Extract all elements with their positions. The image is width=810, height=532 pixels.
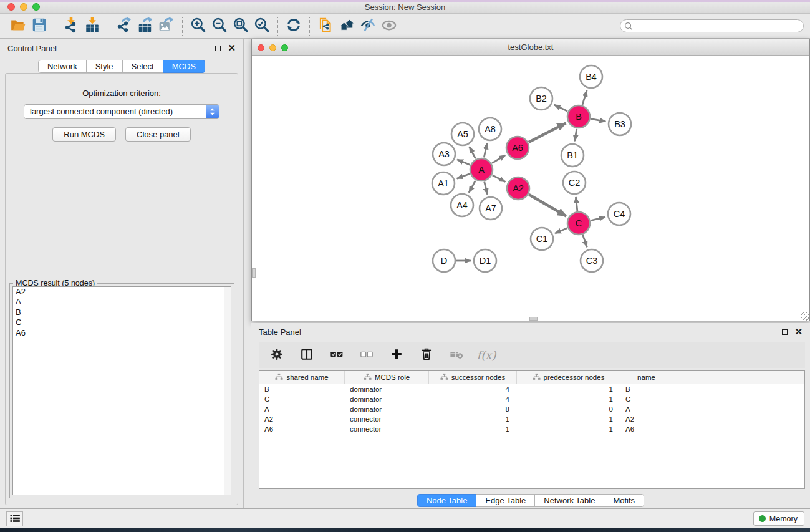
window-resize-grip[interactable] xyxy=(801,312,809,321)
tab-mcds[interactable]: MCDS xyxy=(163,60,205,73)
graph-node-C1[interactable]: C1 xyxy=(531,228,553,250)
zoom-selected-button[interactable] xyxy=(251,16,272,37)
export-image-button[interactable] xyxy=(156,16,177,37)
float-table-panel-icon[interactable] xyxy=(782,329,788,335)
minimize-window-button[interactable] xyxy=(20,3,27,11)
graph-edge-B-B3[interactable] xyxy=(591,119,606,122)
column-header-MCDS-role[interactable]: MCDS role xyxy=(345,371,429,384)
graph-edge-C-C2[interactable] xyxy=(576,197,577,211)
export-network-button[interactable] xyxy=(113,16,135,37)
create-column-button[interactable] xyxy=(385,344,408,365)
graph-node-A3[interactable]: A3 xyxy=(433,143,455,165)
graph-node-A7[interactable]: A7 xyxy=(480,197,502,220)
refresh-button[interactable] xyxy=(283,16,304,37)
tab-motifs[interactable]: Motifs xyxy=(604,494,644,507)
result-list-scrollbar[interactable] xyxy=(224,287,231,495)
export-table-button[interactable] xyxy=(135,16,156,37)
column-header-successor-nodes[interactable]: successor nodes xyxy=(429,371,517,384)
graph-node-B3[interactable]: B3 xyxy=(609,113,631,135)
tab-node-table[interactable]: Node Table xyxy=(417,494,477,507)
graph-node-A[interactable]: A xyxy=(470,158,493,181)
tab-network[interactable]: Network xyxy=(38,60,87,73)
network-close-button[interactable] xyxy=(258,44,264,51)
graph-edge-C-C1[interactable] xyxy=(555,228,567,233)
graph-node-A5[interactable]: A5 xyxy=(451,123,474,145)
graph-node-C[interactable]: C xyxy=(567,212,590,235)
graph-edge-A2-C[interactable] xyxy=(529,195,566,216)
table-row[interactable]: Cdominator41C xyxy=(259,394,804,404)
zoom-in-button[interactable] xyxy=(188,16,209,37)
graph-edge-B-B4[interactable] xyxy=(582,90,587,105)
graph-node-A4[interactable]: A4 xyxy=(451,194,473,216)
graph-edge-C-C3[interactable] xyxy=(583,235,587,247)
deselect-all-button[interactable] xyxy=(355,344,378,365)
vertical-scroll-thumb[interactable] xyxy=(252,268,256,278)
network-window-titlebar[interactable]: testGlobe.txt xyxy=(252,39,809,56)
tab-style[interactable]: Style xyxy=(86,60,123,73)
zoom-window-button[interactable] xyxy=(32,3,40,11)
graph-node-B1[interactable]: B1 xyxy=(561,144,584,167)
tab-network-table[interactable]: Network Table xyxy=(534,494,604,507)
task-history-button[interactable] xyxy=(6,511,23,526)
hide-graphics-details-button[interactable] xyxy=(357,16,378,37)
criterion-dropdown[interactable]: largest connected component (directed) xyxy=(24,104,219,119)
mcds-result-item[interactable]: B xyxy=(13,307,231,317)
mcds-result-item[interactable]: A6 xyxy=(13,328,231,338)
mcds-result-item[interactable]: C xyxy=(13,317,231,327)
column-visibility-button[interactable] xyxy=(295,344,319,365)
graph-node-A6[interactable]: A6 xyxy=(506,137,529,159)
memory-button[interactable]: Memory xyxy=(753,511,804,526)
table-row[interactable]: Bdominator41B xyxy=(259,384,804,394)
close-panel-button[interactable]: Close panel xyxy=(125,127,191,142)
open-file-button[interactable] xyxy=(7,16,29,37)
save-session-button[interactable] xyxy=(29,16,50,37)
network-minimize-button[interactable] xyxy=(269,44,276,51)
import-network-button[interactable] xyxy=(60,16,82,37)
graph-node-A2[interactable]: A2 xyxy=(507,177,529,200)
graph-edge-A-A2[interactable] xyxy=(493,175,506,182)
cyndex-browse-button[interactable] xyxy=(336,16,357,37)
graph-node-D1[interactable]: D1 xyxy=(474,249,496,272)
graph-edge-A-A3[interactable] xyxy=(457,160,470,165)
graph-edge-A-A8[interactable] xyxy=(484,143,487,157)
close-panel-icon[interactable]: ✕ xyxy=(228,45,236,51)
graph-node-C3[interactable]: C3 xyxy=(581,249,603,272)
network-zoom-button[interactable] xyxy=(281,44,288,51)
graph-node-D[interactable]: D xyxy=(433,249,455,272)
select-all-button[interactable] xyxy=(325,344,349,365)
table-settings-button[interactable] xyxy=(265,344,289,365)
graph-edge-A-A6[interactable] xyxy=(492,155,505,163)
graph-node-C2[interactable]: C2 xyxy=(563,172,586,194)
zoom-out-button[interactable] xyxy=(209,16,230,37)
float-panel-icon[interactable] xyxy=(215,46,221,51)
network-graph[interactable]: AA1A2A3A4A5A6A7A8BB1B2B3B4CC1C2C3C4DD1 xyxy=(252,56,809,321)
search-input[interactable] xyxy=(620,19,804,32)
graph-node-B2[interactable]: B2 xyxy=(530,87,552,110)
delete-columns-button[interactable] xyxy=(415,344,438,365)
mcds-result-item[interactable]: A2 xyxy=(13,287,231,297)
column-header-predecessor-nodes[interactable]: predecessor nodes xyxy=(517,371,620,384)
mcds-result-item[interactable]: A xyxy=(13,297,231,307)
tab-edge-table[interactable]: Edge Table xyxy=(476,494,535,507)
column-header-shared-name[interactable]: shared name xyxy=(259,371,345,384)
close-window-button[interactable] xyxy=(7,3,15,11)
graph-edge-B-B2[interactable] xyxy=(554,105,567,111)
graph-edge-A-A5[interactable] xyxy=(470,147,476,158)
import-table-button[interactable] xyxy=(82,16,103,37)
graph-node-B4[interactable]: B4 xyxy=(580,65,602,88)
table-row[interactable]: Adominator80A xyxy=(259,404,804,414)
graph-node-A8[interactable]: A8 xyxy=(479,118,501,140)
graph-edge-A-A1[interactable] xyxy=(457,174,470,178)
tab-select[interactable]: Select xyxy=(122,60,163,73)
graph-edge-A-A4[interactable] xyxy=(469,181,475,193)
graph-node-A1[interactable]: A1 xyxy=(432,172,455,195)
graph-edge-B-B1[interactable] xyxy=(575,129,577,142)
graph-node-C4[interactable]: C4 xyxy=(608,203,630,225)
graph-edge-C-C4[interactable] xyxy=(591,217,605,220)
graph-edge-A6-B[interactable] xyxy=(529,123,566,142)
horizontal-scroll-thumb[interactable] xyxy=(529,317,538,321)
run-mcds-button[interactable]: Run MCDS xyxy=(52,127,116,142)
table-row[interactable]: A2connector11A2 xyxy=(259,414,804,424)
table-row[interactable]: A6connector11A6 xyxy=(259,424,804,434)
show-graphics-details-button[interactable] xyxy=(378,16,400,37)
